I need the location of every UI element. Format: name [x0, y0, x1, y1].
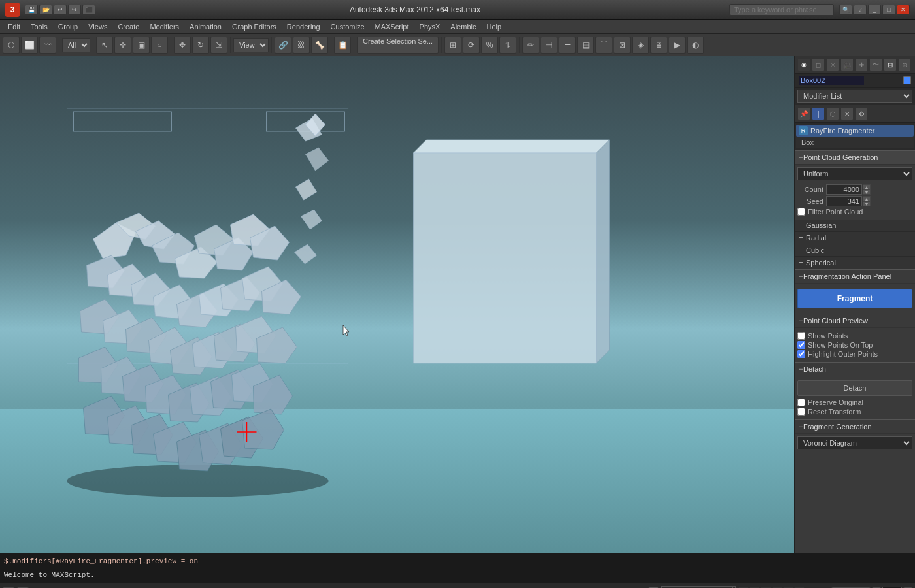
cubic-item[interactable]: + Cubic — [795, 244, 915, 257]
detach-header[interactable]: − Detach — [795, 362, 915, 376]
layer-mgr-btn[interactable]: ▤ — [577, 37, 594, 54]
menu-maxscript[interactable]: MAXScript — [370, 22, 414, 32]
remove-mod-btn[interactable]: ✕ — [840, 107, 854, 120]
spherical-item[interactable]: + Spherical — [795, 257, 915, 269]
spinner-snap[interactable]: ⥮ — [499, 37, 516, 54]
search-input[interactable] — [729, 4, 834, 16]
material-btn[interactable]: ◈ — [632, 37, 649, 54]
seed-up[interactable]: ▲ — [863, 196, 871, 201]
minimize-btn[interactable]: _ — [868, 5, 881, 15]
rayfire-modifier-item[interactable]: R RayFire Fragmenter — [796, 125, 914, 137]
angle-snap[interactable]: ⟳ — [463, 37, 480, 54]
point-cloud-header[interactable]: − Point Cloud Generation — [795, 150, 915, 165]
show-points-checkbox[interactable] — [797, 332, 805, 340]
menu-views[interactable]: Views — [83, 22, 112, 32]
fragment-gen-dropdown[interactable]: Voronoi Diagram Brick Custom — [797, 436, 912, 449]
detach-button[interactable]: Detach — [797, 380, 912, 396]
move-btn[interactable]: ✥ — [174, 37, 191, 54]
modifier-list-dropdown[interactable]: Modifier List — [797, 90, 912, 103]
reset-transform-checkbox[interactable] — [797, 408, 805, 416]
scale-btn[interactable]: ⇲ — [210, 37, 227, 54]
fragment-gen-header[interactable]: − Fragment Generation — [795, 419, 915, 434]
percent-snap[interactable]: % — [481, 37, 498, 54]
align-btn[interactable]: ⊢ — [559, 37, 576, 54]
bone-btn[interactable]: 🦴 — [311, 37, 328, 54]
count-down[interactable]: ▼ — [863, 189, 871, 195]
undo-btn[interactable]: ↩ — [54, 5, 67, 15]
menu-help[interactable]: Help — [481, 22, 507, 32]
box-stack-item[interactable]: Box — [796, 137, 914, 148]
render-btn[interactable]: ▶ — [669, 37, 686, 54]
select-move-btn[interactable]: ✛ — [114, 37, 131, 54]
gaussian-item[interactable]: + Gaussian — [795, 220, 915, 232]
seed-input[interactable] — [826, 196, 862, 206]
pin-stack-btn[interactable]: 📌 — [797, 107, 810, 120]
open-btn[interactable]: 📂 — [39, 5, 52, 15]
select-tool-btn[interactable]: ⬡ — [3, 37, 20, 54]
menu-customize[interactable]: Customize — [325, 22, 370, 32]
select-rect-btn[interactable]: ▣ — [133, 37, 150, 54]
panel-icon-modifier[interactable]: ⊟ — [884, 58, 897, 71]
menu-physx[interactable]: PhysX — [414, 22, 446, 32]
panel-icon-geometry[interactable]: ◉ — [797, 58, 810, 71]
menu-group[interactable]: Group — [53, 22, 84, 32]
create-selection-btn[interactable]: Create Selection Se... — [357, 37, 439, 54]
select-circle-btn[interactable]: ○ — [151, 37, 168, 54]
layer-btn[interactable]: 📋 — [334, 37, 351, 54]
coord-dropdown[interactable]: View — [233, 38, 269, 52]
menu-create[interactable]: Create — [112, 22, 144, 32]
panel-icon-lights[interactable]: ☀ — [826, 58, 839, 71]
preview-header[interactable]: − Point Cloud Preview — [795, 314, 915, 328]
configure-btn[interactable]: ⚙ — [855, 107, 868, 120]
show-end-result-btn[interactable]: | — [812, 107, 825, 120]
redo-btn[interactable]: ↪ — [68, 5, 81, 15]
unlink-btn[interactable]: ⛓ — [293, 37, 310, 54]
panel-icon-helpers[interactable]: ✚ — [855, 58, 868, 71]
count-input[interactable] — [826, 184, 862, 195]
panel-icon-hierarchy[interactable]: ⊕ — [898, 58, 911, 71]
menu-graph-editors[interactable]: Graph Editors — [227, 22, 282, 32]
menu-animation[interactable]: Animation — [184, 22, 227, 32]
viewport[interactable]: [ + ] [ Perspective ] [ Realistic + Edge… — [0, 56, 794, 553]
panel-icon-shape[interactable]: ◻ — [812, 58, 825, 71]
radial-item[interactable]: + Radial — [795, 232, 915, 244]
curve-btn[interactable]: ⌒ — [595, 37, 612, 54]
schematic-btn[interactable]: ⊠ — [614, 37, 631, 54]
edit-named-sel[interactable]: ✏ — [522, 37, 539, 54]
filter-dropdown[interactable]: All — [62, 38, 90, 52]
close-btn[interactable]: ✕ — [897, 5, 910, 15]
seed-down[interactable]: ▼ — [863, 201, 871, 206]
menu-rendering[interactable]: Rendering — [282, 22, 325, 32]
highlight-outer-checkbox[interactable] — [797, 350, 805, 358]
show-on-top-checkbox[interactable] — [797, 341, 805, 349]
make-unique-btn[interactable]: ⬡ — [826, 107, 839, 120]
select-region-btn[interactable]: ⬜ — [21, 37, 38, 54]
distribution-dropdown[interactable]: Uniform Custom — [797, 167, 912, 180]
snap-toggle[interactable]: ⊞ — [444, 37, 461, 54]
object-name-input[interactable] — [799, 76, 864, 85]
count-up[interactable]: ▲ — [863, 184, 871, 189]
preserve-original-checkbox[interactable] — [797, 399, 805, 406]
search-execute-btn[interactable]: 🔍 — [839, 5, 852, 15]
panel-icon-spacewarp[interactable]: 〜 — [869, 58, 882, 71]
extra-btn[interactable]: ⬛ — [82, 5, 95, 15]
menu-modifiers[interactable]: Modifiers — [144, 22, 184, 32]
object-color-swatch[interactable] — [903, 76, 911, 84]
panel-icon-camera[interactable]: 🎥 — [840, 58, 854, 71]
lasso-btn[interactable]: 〰 — [39, 37, 56, 54]
select-obj-btn[interactable]: ↖ — [96, 37, 113, 54]
menu-edit[interactable]: Edit — [3, 22, 25, 32]
link-btn[interactable]: 🔗 — [274, 37, 291, 54]
maximize-btn[interactable]: □ — [882, 5, 895, 15]
render-setup-btn[interactable]: 🖥 — [650, 37, 667, 54]
mirror-btn[interactable]: ⊣ — [541, 37, 557, 54]
active-shade-btn[interactable]: ◐ — [687, 37, 704, 54]
save-btn[interactable]: 💾 — [25, 5, 38, 15]
filter-checkbox[interactable] — [797, 208, 805, 216]
fragment-button[interactable]: Fragment — [797, 289, 912, 308]
fragmentation-header[interactable]: − Fragmentation Action Panel — [795, 269, 915, 284]
rotate-btn[interactable]: ↻ — [192, 37, 209, 54]
menu-tools[interactable]: Tools — [25, 22, 53, 32]
menu-alembic[interactable]: Alembic — [445, 22, 481, 32]
help-btn[interactable]: ? — [854, 5, 867, 15]
